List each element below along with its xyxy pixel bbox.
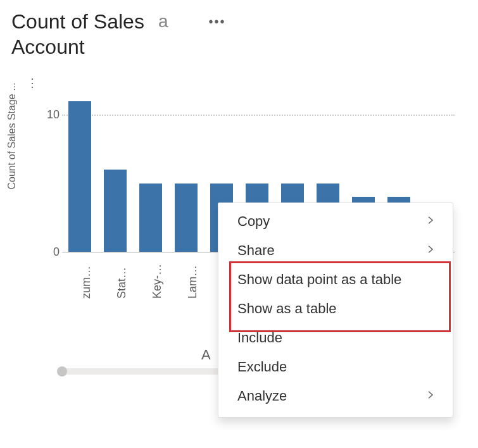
ctx-show-as-table[interactable]: Show as a table [218,294,453,323]
ctx-include[interactable]: Include [218,323,453,352]
yaxis-label: Count of Sales Stage ... [6,63,18,209]
xaxis-label: A [201,347,211,363]
xlabel-key-tex: Key-tex... [151,263,164,299]
ctx-share-label: Share [237,242,275,259]
ctx-analyze-label: Analyze [237,388,287,404]
xlabel-statcom: Statcom [115,263,129,299]
ghost-char: a [158,11,168,32]
title-row: Count of Sales a [11,9,467,34]
chevron-right-icon [425,242,436,259]
bar-key-tex[interactable] [139,184,162,252]
bar-slot [168,87,204,252]
ctx-show-data-point-as-table[interactable]: Show data point as a table [218,265,453,294]
chart-title-line2: Account [11,34,467,59]
ctx-include-label: Include [237,330,282,346]
bar-statcom[interactable] [104,170,127,252]
ytick-0: 0 [41,246,60,259]
bar-slot [62,87,97,252]
xlabel-zumplus: zumplus [80,263,93,299]
bar-lamdex[interactable] [175,184,198,252]
ytick-10: 10 [41,108,60,121]
chevron-right-icon [425,388,436,404]
xlabel-lamdex: Lamdex... [186,263,199,299]
chart-title-line1: Count of Sales [11,9,144,34]
bar-slot [97,87,133,252]
ctx-copy-label: Copy [237,213,270,230]
ctx-show-data-point-as-table-label: Show data point as a table [237,271,401,288]
ctx-share[interactable]: Share [218,236,453,265]
bar-zumplus[interactable] [68,101,91,252]
ctx-show-as-table-label: Show as a table [237,301,337,317]
ctx-exclude[interactable]: Exclude [218,352,453,382]
bar-slot [133,87,168,252]
ctx-copy[interactable]: Copy [218,207,453,236]
yaxis-menu-icon[interactable]: ⋮ [27,76,38,90]
context-menu: Copy Share Show data point as a table Sh… [218,202,453,418]
chevron-right-icon [425,213,436,230]
more-icon[interactable]: ••• [208,15,225,29]
ctx-exclude-label: Exclude [237,359,287,375]
scrollbar-thumb[interactable] [57,366,67,376]
ctx-analyze[interactable]: Analyze [218,382,453,411]
